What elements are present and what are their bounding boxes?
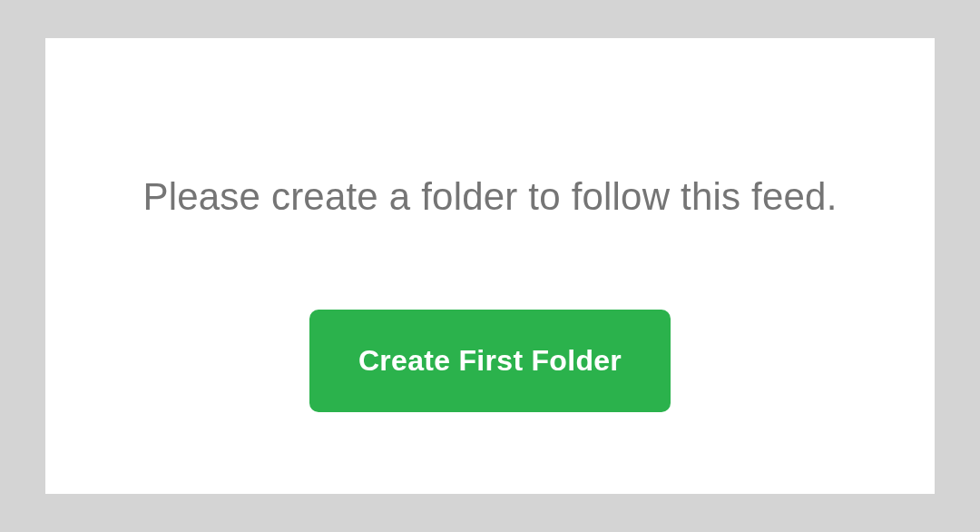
- prompt-text: Please create a folder to follow this fe…: [142, 175, 837, 219]
- empty-state-card: Please create a folder to follow this fe…: [45, 38, 935, 494]
- create-first-folder-button[interactable]: Create First Folder: [309, 310, 671, 412]
